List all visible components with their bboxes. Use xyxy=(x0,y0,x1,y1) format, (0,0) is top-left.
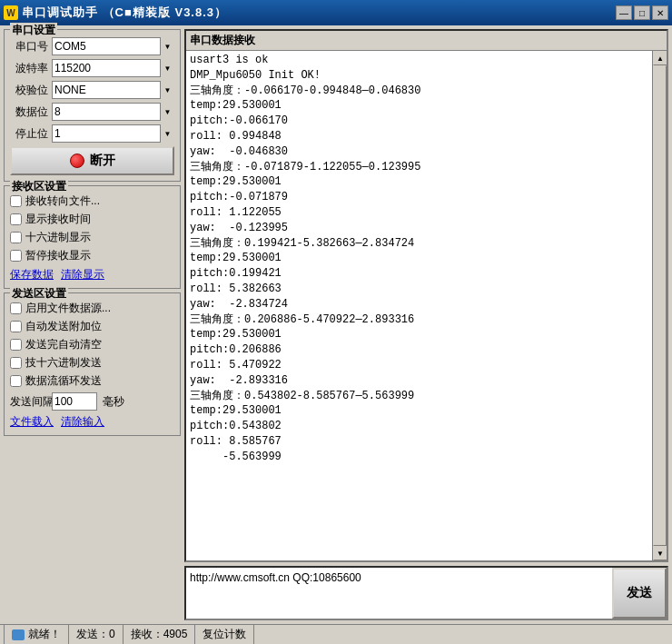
receive-links: 保存数据 清除显示 xyxy=(10,267,174,282)
maximize-button[interactable]: □ xyxy=(634,5,650,20)
scb5-row: 数据流循环发送 xyxy=(10,373,174,389)
disconnect-button[interactable]: 断开 xyxy=(10,146,174,175)
save-data-link[interactable]: 保存数据 xyxy=(10,267,54,282)
status-icon xyxy=(12,629,25,640)
stopbits-select[interactable]: 1 1.52 xyxy=(52,124,174,143)
send-settings-group: 发送区设置 启用文件数据源... 自动发送附加位 发送完自动清空 技十六进制发送… xyxy=(4,292,181,436)
clear-display-link[interactable]: 清除显示 xyxy=(61,267,104,282)
scb1-row: 启用文件数据源... xyxy=(10,301,174,316)
recv-count-segment: 接收：4905 xyxy=(124,625,196,644)
title-bar-controls: — □ ✕ xyxy=(616,5,668,20)
status-bar: 就绪！ 发送：0 接收：4905 复位计数 xyxy=(0,624,672,644)
cb2-row: 显示接收时间 xyxy=(10,212,174,227)
databits-label: 数据位 xyxy=(10,104,48,120)
title-text: 串口调试助手 （C■精装版 V3.8.3） xyxy=(22,5,227,21)
cb4-row: 暂停接收显示 xyxy=(10,248,174,263)
scb3-label: 发送完自动清空 xyxy=(25,337,102,352)
cb3-label: 十六进制显示 xyxy=(25,230,91,245)
scroll-up-button[interactable]: ▲ xyxy=(653,51,667,65)
send-input[interactable] xyxy=(186,568,608,619)
parity-row: 校验位 NONE ODDEVEN ▼ xyxy=(10,81,174,99)
cb4-checkbox[interactable] xyxy=(10,250,22,262)
scrollbar-track: ▲ ▼ xyxy=(652,51,667,560)
right-panel: 串口数据接收 usart3 is okDMP_Mpu6050 Init OK!三… xyxy=(184,29,668,620)
cb1-checkbox[interactable] xyxy=(10,195,22,207)
minimize-button[interactable]: — xyxy=(616,5,632,20)
scb2-label: 自动发送附加位 xyxy=(25,319,102,334)
connection-indicator xyxy=(70,154,84,168)
port-row: 串口号 COM5 COM1COM2COM3COM4COM6 ▼ xyxy=(10,37,174,55)
send-count-segment: 发送：0 xyxy=(69,625,124,644)
interval-input[interactable] xyxy=(52,392,97,411)
scb3-row: 发送完自动清空 xyxy=(10,337,174,352)
receive-content[interactable]: usart3 is okDMP_Mpu6050 Init OK!三轴角度：-0.… xyxy=(186,51,652,560)
cb2-label: 显示接收时间 xyxy=(25,212,91,227)
interval-row: 发送间隔 毫秒 xyxy=(10,392,174,411)
parity-label: 校验位 xyxy=(10,83,48,98)
scroll-down-button[interactable]: ▼ xyxy=(653,546,667,560)
send-links: 文件载入 清除输入 xyxy=(10,414,174,430)
title-bar-left: W 串口调试助手 （C■精装版 V3.8.3） xyxy=(4,5,227,21)
scb2-row: 自动发送附加位 xyxy=(10,319,174,334)
send-group-title: 发送区设置 xyxy=(10,286,68,302)
scb1-checkbox[interactable] xyxy=(10,302,22,314)
scb4-label: 技十六进制发送 xyxy=(25,355,102,371)
scb3-checkbox[interactable] xyxy=(10,339,22,351)
databits-row: 数据位 8 567 ▼ xyxy=(10,103,174,121)
cb3-row: 十六进制显示 xyxy=(10,230,174,245)
parity-select[interactable]: NONE ODDEVEN xyxy=(52,81,174,99)
send-count-label: 发送：0 xyxy=(76,627,115,642)
receive-group-title: 接收区设置 xyxy=(10,179,68,194)
databits-select-wrapper[interactable]: 8 567 ▼ xyxy=(52,103,174,121)
app-icon: W xyxy=(4,5,18,20)
title-bar: W 串口调试助手 （C■精装版 V3.8.3） — □ ✕ xyxy=(0,0,672,25)
serial-group-title: 串口设置 xyxy=(10,23,57,38)
cb1-label: 接收转向文件... xyxy=(25,193,100,209)
cb3-checkbox[interactable] xyxy=(10,232,22,243)
interval-label: 发送间隔 xyxy=(10,394,48,410)
receive-header: 串口数据接收 xyxy=(186,31,667,51)
receive-settings-group: 接收区设置 接收转向文件... 显示接收时间 十六进制显示 暂停接收显示 保存数… xyxy=(4,185,181,289)
status-ready-segment: 就绪！ xyxy=(4,625,69,644)
cb4-label: 暂停接收显示 xyxy=(25,248,91,263)
reset-count-segment[interactable]: 复位计数 xyxy=(195,625,254,644)
databits-select[interactable]: 8 567 xyxy=(52,103,174,121)
serial-settings-group: 串口设置 串口号 COM5 COM1COM2COM3COM4COM6 ▼ 波特率… xyxy=(4,29,181,182)
scb4-row: 技十六进制发送 xyxy=(10,355,174,371)
scb5-label: 数据流循环发送 xyxy=(25,373,102,389)
parity-select-wrapper[interactable]: NONE ODDEVEN ▼ xyxy=(52,81,174,99)
receive-area: 串口数据接收 usart3 is okDMP_Mpu6050 Init OK!三… xyxy=(184,29,668,562)
port-select[interactable]: COM5 COM1COM2COM3COM4COM6 xyxy=(52,37,174,55)
baud-label: 波特率 xyxy=(10,61,48,76)
send-button[interactable]: 发送 xyxy=(612,568,667,619)
port-select-wrapper[interactable]: COM5 COM1COM2COM3COM4COM6 ▼ xyxy=(52,37,174,55)
scb2-checkbox[interactable] xyxy=(10,321,22,332)
baud-row: 波特率 115200 9600192003840057600 ▼ xyxy=(10,59,174,77)
stopbits-select-wrapper[interactable]: 1 1.52 ▼ xyxy=(52,124,174,143)
left-panel: 串口设置 串口号 COM5 COM1COM2COM3COM4COM6 ▼ 波特率… xyxy=(4,29,181,620)
scb4-checkbox[interactable] xyxy=(10,357,22,369)
baud-select-wrapper[interactable]: 115200 9600192003840057600 ▼ xyxy=(52,59,174,77)
close-button[interactable]: ✕ xyxy=(652,5,668,20)
reset-count-label[interactable]: 复位计数 xyxy=(203,627,246,642)
interval-unit: 毫秒 xyxy=(103,394,124,410)
file-load-link[interactable]: 文件载入 xyxy=(10,414,54,430)
clear-input-link[interactable]: 清除输入 xyxy=(61,414,104,430)
cb1-row: 接收转向文件... xyxy=(10,193,174,209)
port-label: 串口号 xyxy=(10,39,48,54)
baud-select[interactable]: 115200 9600192003840057600 xyxy=(52,59,174,77)
recv-count-label: 接收：4905 xyxy=(131,627,188,642)
scrollbar-thumb[interactable] xyxy=(653,65,667,546)
stopbits-row: 停止位 1 1.52 ▼ xyxy=(10,124,174,143)
stopbits-label: 停止位 xyxy=(10,126,48,142)
main-container: 串口设置 串口号 COM5 COM1COM2COM3COM4COM6 ▼ 波特率… xyxy=(0,25,672,624)
cb2-checkbox[interactable] xyxy=(10,213,22,225)
status-label: 就绪！ xyxy=(28,627,61,642)
scb1-label: 启用文件数据源... xyxy=(25,301,111,316)
disconnect-label: 断开 xyxy=(90,153,115,169)
scb5-checkbox[interactable] xyxy=(10,375,22,387)
send-area: 发送 xyxy=(184,566,668,620)
